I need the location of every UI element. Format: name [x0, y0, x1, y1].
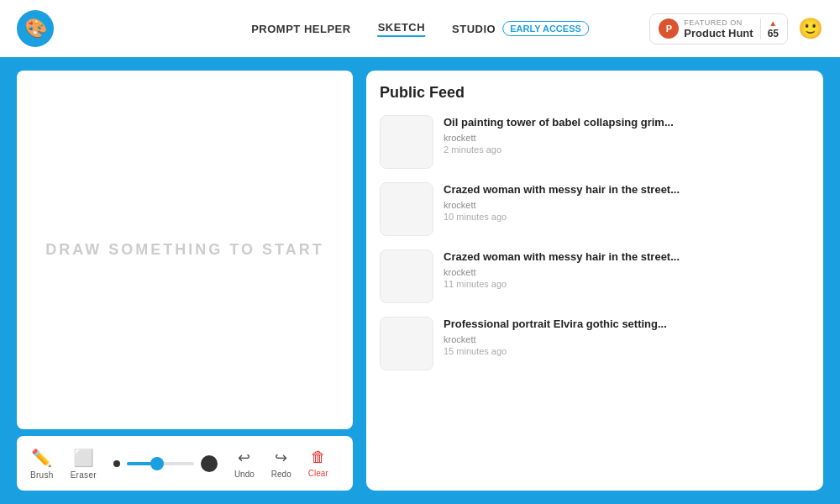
feed-item-4[interactable]: Professional portrait Elvira gothic sett… — [380, 317, 810, 370]
undo-button[interactable]: ↩ Undo — [234, 449, 255, 479]
feed-description-2: Crazed woman with messy hair in the stre… — [444, 182, 810, 197]
feed-item-1[interactable]: Oil painting tower of babel collapsing g… — [380, 115, 810, 169]
brush-icon: ✏️ — [31, 448, 52, 468]
feed-user-1: krockett — [444, 133, 810, 143]
feed-info-4: Professional portrait Elvira gothic sett… — [444, 317, 810, 356]
nav-item-studio[interactable]: STUDIO — [452, 23, 496, 35]
feed-time-2: 10 minutes ago — [444, 212, 810, 222]
feed-user-3: krockett — [444, 267, 810, 277]
feed-description-3: Crazed woman with messy hair in the stre… — [444, 249, 810, 265]
product-hunt-text: FEATURED ON Product Hunt — [684, 18, 753, 39]
feed-thumbnail-4 — [380, 317, 433, 370]
feed-thumbnail-2 — [380, 182, 433, 236]
product-hunt-icon: P — [659, 18, 679, 39]
clear-icon: 🗑 — [311, 449, 326, 466]
feed-time-1: 2 minutes ago — [444, 144, 810, 155]
ph-name: Product Hunt — [684, 27, 753, 39]
user-avatar-icon[interactable]: 🙂 — [798, 17, 823, 40]
feed-user-4: krockett — [444, 334, 810, 344]
size-slider-thumb[interactable] — [150, 457, 164, 470]
undo-icon: ↩ — [238, 449, 250, 467]
brush-button[interactable]: ✏️ Brush — [30, 448, 54, 480]
brush-label: Brush — [30, 470, 54, 480]
feed-time-4: 15 minutes ago — [444, 346, 810, 356]
redo-label: Redo — [271, 470, 291, 479]
eraser-label: Eraser — [71, 470, 97, 480]
logo[interactable]: 🎨 — [17, 10, 54, 47]
feed-item-2[interactable]: Crazed woman with messy hair in the stre… — [380, 182, 810, 236]
clear-button[interactable]: 🗑 Clear — [308, 449, 328, 478]
size-slider-track[interactable] — [127, 462, 194, 465]
ph-arrow-icon: ▲ — [769, 18, 777, 28]
feed-info-2: Crazed woman with messy hair in the stre… — [444, 182, 810, 222]
feed-thumbnail-3 — [380, 249, 433, 303]
nav-item-prompt-helper[interactable]: PROMPT HELPER — [251, 23, 350, 35]
feed-time-3: 11 minutes ago — [444, 279, 810, 289]
product-hunt-badge[interactable]: P FEATURED ON Product Hunt ▲ 65 — [649, 13, 788, 45]
feed-description-1: Oil painting tower of babel collapsing g… — [444, 115, 810, 130]
toolbar: ✏️ Brush ⬜ Eraser ↩ Undo — [17, 436, 353, 491]
main-content: DRAW SOMETHING TO START ✏️ Brush ⬜ Erase… — [0, 57, 840, 504]
feed-description-4: Professional portrait Elvira gothic sett… — [444, 317, 810, 332]
nav: PROMPT HELPER SKETCH STUDIO EARLY ACCESS — [251, 21, 589, 37]
feed-user-2: krockett — [444, 200, 810, 210]
studio-wrap: STUDIO EARLY ACCESS — [452, 21, 589, 36]
feed-info-3: Crazed woman with messy hair in the stre… — [444, 249, 810, 289]
clear-label: Clear — [308, 469, 328, 478]
size-min-dot — [113, 460, 120, 467]
undo-label: Undo — [234, 470, 255, 479]
canvas-placeholder-text: DRAW SOMETHING TO START — [45, 241, 323, 259]
ph-count-number: 65 — [768, 28, 779, 39]
eraser-icon: ⬜ — [73, 448, 94, 468]
redo-button[interactable]: ↪ Redo — [271, 449, 291, 479]
feed-info-1: Oil painting tower of babel collapsing g… — [444, 115, 810, 155]
feed-thumbnail-1 — [380, 115, 433, 169]
feed-item-3[interactable]: Crazed woman with messy hair in the stre… — [380, 249, 810, 303]
header: 🎨 PROMPT HELPER SKETCH STUDIO EARLY ACCE… — [0, 0, 840, 57]
feed-title: Public Feed — [380, 84, 810, 102]
right-panel: Public Feed Oil painting tower of babel … — [366, 71, 823, 491]
drawing-canvas[interactable]: DRAW SOMETHING TO START — [17, 71, 353, 429]
public-feed-card: Public Feed Oil painting tower of babel … — [366, 71, 823, 491]
size-max-dot — [201, 455, 218, 472]
nav-item-sketch[interactable]: SKETCH — [378, 21, 425, 37]
redo-icon: ↪ — [275, 449, 287, 467]
header-left: 🎨 — [17, 10, 54, 47]
size-slider-group — [113, 455, 218, 472]
eraser-button[interactable]: ⬜ Eraser — [71, 448, 97, 480]
ph-featured-label: FEATURED ON — [684, 18, 753, 27]
left-panel: DRAW SOMETHING TO START ✏️ Brush ⬜ Erase… — [17, 71, 353, 491]
early-access-badge: EARLY ACCESS — [502, 21, 589, 36]
logo-icon: 🎨 — [24, 18, 47, 39]
ph-count: ▲ 65 — [760, 18, 779, 39]
header-right: 🙂 — [798, 17, 823, 40]
